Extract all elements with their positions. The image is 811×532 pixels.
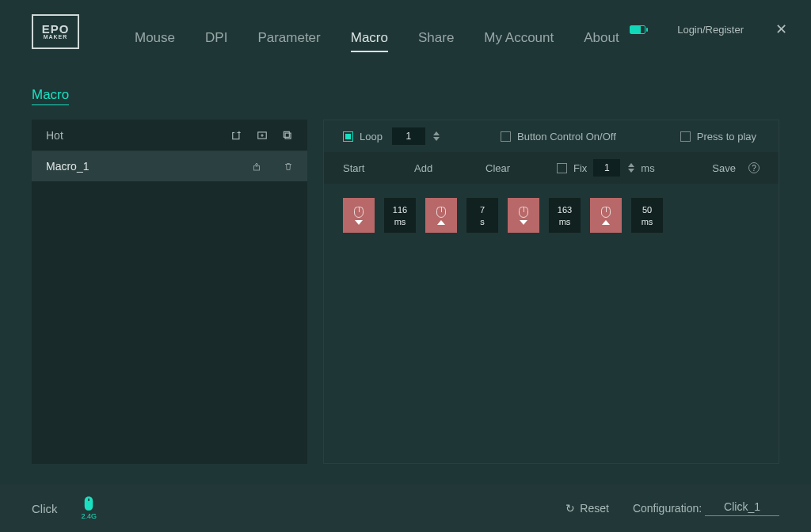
fix-checkbox[interactable] bbox=[557, 163, 567, 173]
svg-rect-2 bbox=[285, 133, 291, 139]
config-label: Configuration: bbox=[633, 502, 702, 515]
delay-unit: s bbox=[480, 217, 485, 226]
save-button[interactable]: Save bbox=[712, 162, 736, 174]
arrow-down-icon bbox=[520, 220, 527, 225]
brand-logo: EPO MAKER bbox=[32, 14, 79, 49]
clear-button[interactable]: Clear bbox=[485, 162, 557, 174]
reset-button[interactable]: ↻ Reset bbox=[565, 502, 609, 515]
delay-value: 116 bbox=[393, 205, 407, 215]
footer: Click 2.4G ↻ Reset Configuration: Click_… bbox=[0, 484, 811, 532]
sidebar-title: Hot bbox=[46, 129, 63, 142]
share-icon[interactable] bbox=[252, 162, 261, 172]
nav-account[interactable]: My Account bbox=[484, 30, 554, 52]
press-to-play-label: Press to play bbox=[697, 131, 756, 142]
nav-dpi[interactable]: DPI bbox=[205, 30, 227, 52]
button-control-label: Button Control On/Off bbox=[517, 131, 616, 142]
mouse-icon bbox=[519, 207, 528, 218]
close-button[interactable]: ✕ bbox=[775, 21, 787, 38]
nav-about[interactable]: About bbox=[584, 30, 619, 52]
sequence-key-event[interactable] bbox=[425, 198, 457, 233]
fix-label: Fix bbox=[573, 162, 587, 174]
button-control-checkbox[interactable] bbox=[501, 131, 511, 142]
loop-checkbox[interactable] bbox=[343, 131, 353, 142]
delay-unit: ms bbox=[394, 217, 406, 226]
login-link[interactable]: Login/Register bbox=[677, 24, 744, 36]
fix-value-input[interactable]: 1 bbox=[593, 159, 620, 177]
sequence-delay[interactable]: 116ms bbox=[384, 198, 416, 233]
macro-list-item[interactable]: Macro_1 bbox=[32, 151, 307, 181]
add-button[interactable]: Add bbox=[414, 162, 485, 174]
fix-unit: ms bbox=[641, 162, 654, 174]
export-icon[interactable] bbox=[231, 130, 242, 141]
nav-share[interactable]: Share bbox=[418, 30, 454, 52]
loop-value-input[interactable]: 1 bbox=[392, 127, 425, 145]
nav-macro[interactable]: Macro bbox=[351, 30, 388, 52]
mouse-icon bbox=[354, 207, 364, 218]
add-folder-icon[interactable] bbox=[257, 130, 268, 141]
sequence-delay[interactable]: 7s bbox=[466, 198, 498, 233]
page-title: Macro bbox=[32, 87, 69, 105]
arrow-down-icon bbox=[355, 220, 363, 225]
loop-stepper[interactable] bbox=[433, 131, 440, 141]
svg-rect-3 bbox=[284, 131, 289, 137]
macro-sidebar: Hot Macro_1 bbox=[32, 120, 307, 464]
delete-icon[interactable] bbox=[284, 162, 293, 172]
delay-value: 7 bbox=[480, 205, 485, 215]
footer-click-label: Click bbox=[32, 502, 58, 515]
delay-value: 163 bbox=[558, 205, 572, 215]
nav-parameter[interactable]: Parameter bbox=[257, 30, 320, 52]
delay-unit: ms bbox=[642, 217, 653, 226]
fix-stepper[interactable] bbox=[628, 163, 634, 173]
sequence-key-event[interactable] bbox=[343, 198, 375, 233]
arrow-up-icon bbox=[602, 220, 610, 225]
macro-sequence: 116ms7s163ms50ms bbox=[324, 184, 779, 247]
delay-value: 50 bbox=[642, 205, 652, 215]
help-icon[interactable]: ? bbox=[748, 162, 760, 173]
copy-icon[interactable] bbox=[282, 130, 293, 141]
sequence-delay[interactable]: 163ms bbox=[549, 198, 581, 233]
delay-unit: ms bbox=[559, 217, 571, 226]
config-value[interactable]: Click_1 bbox=[705, 500, 779, 516]
macro-editor: Loop 1 Button Control On/Off Press to pl… bbox=[323, 120, 779, 464]
press-to-play-checkbox[interactable] bbox=[680, 131, 691, 142]
connection-mode[interactable]: 2.4G bbox=[82, 496, 97, 520]
nav-mouse[interactable]: Mouse bbox=[135, 30, 175, 52]
sequence-delay[interactable]: 50ms bbox=[631, 198, 663, 233]
mouse-icon bbox=[436, 207, 446, 218]
loop-label: Loop bbox=[360, 131, 383, 142]
app-header: EPO MAKER Mouse DPI Parameter Macro Shar… bbox=[0, 0, 811, 63]
battery-icon bbox=[630, 25, 645, 34]
mouse-icon bbox=[601, 207, 611, 218]
reset-icon: ↻ bbox=[565, 502, 575, 515]
sequence-key-event[interactable] bbox=[508, 198, 539, 233]
arrow-up-icon bbox=[437, 220, 445, 225]
main-nav: Mouse DPI Parameter Macro Share My Accou… bbox=[135, 30, 619, 52]
macro-item-name: Macro_1 bbox=[46, 160, 89, 173]
sequence-key-event[interactable] bbox=[590, 198, 622, 233]
start-button[interactable]: Start bbox=[343, 162, 414, 174]
